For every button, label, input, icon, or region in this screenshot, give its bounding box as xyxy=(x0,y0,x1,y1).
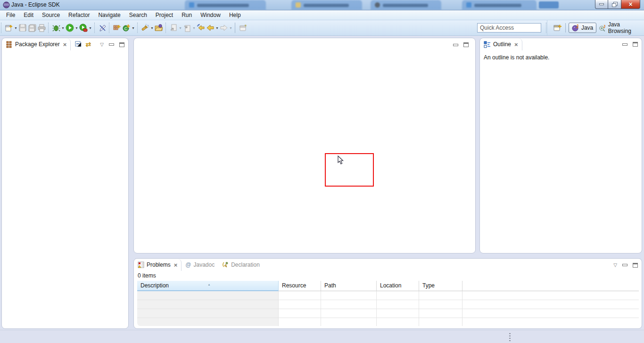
outline-title: Outline xyxy=(493,41,511,48)
menu-refactor[interactable]: Refactor xyxy=(64,11,94,19)
new-java-class-icon[interactable]: C xyxy=(122,24,131,32)
toolbar-grip xyxy=(1,23,2,33)
tab-javadoc[interactable]: @ Javadoc xyxy=(182,259,218,271)
back-icon[interactable] xyxy=(206,24,215,32)
last-edit-location-icon[interactable] xyxy=(197,24,205,32)
menu-help[interactable]: Help xyxy=(225,11,245,19)
tab-package-explorer[interactable]: Package Explorer × xyxy=(2,39,71,50)
new-wizard-dropdown[interactable]: ▾ xyxy=(14,26,18,30)
print-icon[interactable] xyxy=(37,24,46,32)
problems-panel: Problems × @ Javadoc Declaration ▽ 0 ite… xyxy=(133,258,642,329)
status-bar xyxy=(0,330,644,343)
column-header-description[interactable]: ▲ Description xyxy=(137,281,279,291)
toolbar-separator xyxy=(165,23,167,33)
package-explorer-panel: Package Explorer × ⇄ ▽ xyxy=(1,38,129,329)
forward-dropdown[interactable]: ▾ xyxy=(229,26,233,30)
menu-run[interactable]: Run xyxy=(177,11,196,19)
menu-search[interactable]: Search xyxy=(125,11,151,19)
previous-annotation-dropdown[interactable]: ▾ xyxy=(192,26,196,30)
declaration-icon xyxy=(222,261,229,268)
outline-message: An outline is not available. xyxy=(480,50,642,65)
tab-outline[interactable]: Outline × xyxy=(480,39,522,50)
ghost-browser-tab xyxy=(462,0,537,10)
previous-annotation-icon[interactable] xyxy=(183,24,191,32)
svg-text:J: J xyxy=(576,24,579,29)
open-perspective-icon[interactable] xyxy=(553,24,562,32)
next-annotation-dropdown[interactable]: ▾ xyxy=(178,26,182,30)
maximize-view-icon[interactable] xyxy=(119,42,124,47)
link-with-editor-icon[interactable]: ⇄ xyxy=(84,40,92,49)
minimize-view-icon[interactable] xyxy=(622,264,627,266)
minimize-window-button[interactable] xyxy=(595,0,608,9)
column-header-filler xyxy=(462,281,639,291)
problems-icon xyxy=(138,261,144,268)
close-icon[interactable]: × xyxy=(63,41,67,48)
view-menu-icon[interactable]: ▽ xyxy=(100,42,104,47)
perspective-java-browsing-button[interactable]: J Java Browsing xyxy=(596,20,644,35)
status-drag-handle[interactable] xyxy=(509,333,511,341)
maximize-editor-icon[interactable] xyxy=(463,42,469,47)
pin-editor-icon[interactable] xyxy=(239,24,247,32)
titlebar: Java - Eclipse SDK × xyxy=(0,0,644,10)
close-window-button[interactable]: × xyxy=(621,0,640,9)
ghost-browser-button xyxy=(539,1,559,8)
column-header-path[interactable]: Path xyxy=(321,281,377,291)
collapse-all-icon[interactable] xyxy=(74,40,83,49)
svg-text:C: C xyxy=(124,26,128,31)
run-external-tools-icon[interactable] xyxy=(79,24,88,32)
restore-window-button[interactable] xyxy=(608,0,621,9)
quick-access-input[interactable] xyxy=(477,23,541,33)
run-external-tools-dropdown[interactable]: ▾ xyxy=(88,26,92,30)
next-annotation-icon[interactable] xyxy=(169,24,178,32)
declaration-tab-label: Declaration xyxy=(231,261,260,268)
mark-occurrences-icon[interactable] xyxy=(98,24,107,32)
toolbar-separator xyxy=(109,23,110,33)
tab-problems[interactable]: Problems × xyxy=(134,259,182,271)
menu-file[interactable]: File xyxy=(2,11,19,19)
problems-items-count: 0 items xyxy=(134,271,642,280)
close-icon[interactable]: × xyxy=(174,261,178,269)
view-menu-icon[interactable]: ▽ xyxy=(613,262,617,268)
main-toolbar: ▾ ▾ ▾ ▾ C ▾ ▾ ▾ ▾ xyxy=(0,20,644,36)
search-flashlight-icon[interactable] xyxy=(141,24,149,32)
problems-tab-label: Problems xyxy=(147,261,171,268)
search-dropdown[interactable]: ▾ xyxy=(150,26,154,30)
toolbar-separator xyxy=(94,23,96,33)
package-explorer-body xyxy=(2,50,128,328)
window-controls: × xyxy=(595,0,640,9)
menu-project[interactable]: Project xyxy=(151,11,177,19)
close-icon[interactable]: × xyxy=(514,41,518,48)
menu-window[interactable]: Window xyxy=(196,11,225,19)
back-dropdown[interactable]: ▾ xyxy=(215,26,219,30)
save-all-icon[interactable] xyxy=(28,24,36,32)
forward-icon[interactable] xyxy=(220,24,228,32)
menu-navigate[interactable]: Navigate xyxy=(94,11,124,19)
mouse-cursor xyxy=(338,155,344,165)
debug-icon[interactable] xyxy=(52,24,60,32)
run-icon[interactable] xyxy=(66,24,74,32)
minimize-view-icon[interactable] xyxy=(622,43,627,46)
eclipse-logo-icon xyxy=(3,1,10,8)
new-java-project-icon[interactable] xyxy=(113,24,121,32)
tab-declaration[interactable]: Declaration xyxy=(218,259,264,271)
ghost-browser-tab xyxy=(371,0,441,10)
perspective-java-button[interactable]: J Java xyxy=(569,23,596,33)
debug-dropdown[interactable]: ▾ xyxy=(61,26,65,30)
perspective-java-label: Java xyxy=(581,24,593,31)
new-wizard-icon[interactable] xyxy=(5,24,13,32)
column-header-resource[interactable]: Resource xyxy=(279,281,321,291)
minimize-view-icon[interactable] xyxy=(109,43,114,46)
save-icon[interactable] xyxy=(18,24,27,32)
open-task-icon[interactable] xyxy=(155,24,163,32)
maximize-view-icon[interactable] xyxy=(633,42,638,47)
column-header-location[interactable]: Location xyxy=(377,281,419,291)
menu-source[interactable]: Source xyxy=(38,11,64,19)
minimize-editor-icon[interactable] xyxy=(453,44,458,46)
column-header-type[interactable]: Type xyxy=(419,281,462,291)
maximize-view-icon[interactable] xyxy=(633,263,638,268)
close-icon: × xyxy=(628,0,632,8)
new-java-class-dropdown[interactable]: ▾ xyxy=(131,26,135,30)
menu-edit[interactable]: Edit xyxy=(19,11,38,19)
problems-table-header: ▲ Description Resource Path Location Typ… xyxy=(137,281,639,291)
run-dropdown[interactable]: ▾ xyxy=(74,26,79,30)
